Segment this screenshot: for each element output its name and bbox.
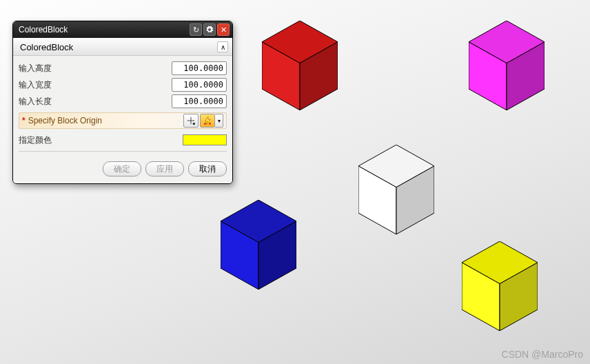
color-row: 指定颜色 (19, 132, 227, 148)
gear-icon[interactable] (203, 23, 216, 36)
ok-button[interactable]: 确定 (103, 161, 141, 176)
width-label: 输入宽度 (19, 79, 172, 91)
svg-point-19 (204, 123, 206, 125)
refresh-icon[interactable]: ↻ (190, 23, 202, 36)
height-label: 输入高度 (19, 63, 172, 74)
apply-button[interactable]: 应用 (145, 161, 184, 176)
separator (19, 151, 227, 152)
width-input[interactable] (172, 78, 227, 92)
origin-row: * Specify Block Origin ▾ (19, 112, 227, 129)
titlebar[interactable]: ColoredBlock ↻ ✕ (13, 21, 232, 38)
button-row: 确定 应用 取消 (13, 157, 232, 183)
length-input[interactable] (172, 94, 227, 108)
svg-point-17 (193, 123, 196, 125)
window-title: ColoredBlock (19, 25, 188, 34)
collapse-icon[interactable]: ∧ (217, 41, 228, 52)
cube-red (262, 21, 338, 110)
length-row: 输入长度 (19, 93, 227, 110)
cancel-button[interactable]: 取消 (188, 161, 227, 176)
section-header[interactable]: ColoredBlock ∧ (13, 38, 232, 56)
width-row: 输入宽度 (19, 77, 227, 93)
color-swatch[interactable] (183, 134, 227, 145)
coloredblock-dialog: ColoredBlock ↻ ✕ ColoredBlock ∧ 输入高度 输入宽… (12, 21, 233, 184)
cube-white (358, 145, 434, 234)
origin-label: Specify Block Origin (28, 116, 182, 125)
color-label: 指定颜色 (19, 134, 183, 146)
required-star-icon: * (22, 116, 26, 125)
inferred-dropdown-icon[interactable]: ▾ (215, 114, 223, 128)
inferred-point-button[interactable] (200, 114, 215, 128)
section-title: ColoredBlock (20, 42, 73, 52)
watermark: CSDN @MarcoPro (502, 349, 583, 360)
cube-blue (221, 200, 296, 290)
height-input[interactable] (172, 61, 227, 75)
length-label: 输入长度 (19, 96, 172, 108)
cube-yellow (462, 241, 538, 331)
height-row: 输入高度 (19, 60, 227, 77)
close-icon[interactable]: ✕ (217, 23, 230, 36)
svg-point-20 (209, 123, 211, 125)
cube-magenta (469, 21, 545, 110)
point-constructor-button[interactable] (183, 114, 199, 128)
